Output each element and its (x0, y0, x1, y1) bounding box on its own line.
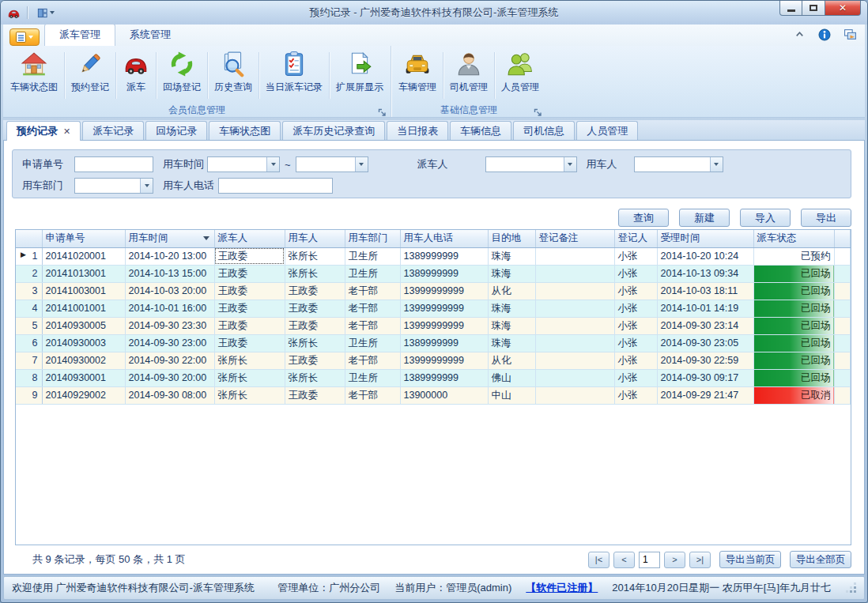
cell-destination[interactable]: 珠海 (488, 317, 535, 334)
tab-daily-report[interactable]: 当日报表 (387, 121, 448, 140)
cell-phone[interactable]: 1389999999 (400, 369, 488, 386)
status-badge[interactable]: 已回场 (753, 334, 834, 352)
ribbon-button-reservation-register[interactable]: 预约登记 (66, 47, 115, 104)
department-combo[interactable] (74, 178, 153, 194)
cell-department[interactable]: 卫生所 (345, 369, 400, 386)
resize-grip-icon[interactable] (847, 583, 856, 593)
column-header-user[interactable]: 用车人 (285, 230, 345, 247)
cell-apply_no[interactable]: 20140930002 (42, 352, 125, 369)
status-badge[interactable]: 已回场 (753, 317, 834, 334)
cell-accept_time[interactable]: 2014-10-13 09:34 (657, 265, 753, 282)
cell-apply_no[interactable]: 20140930001 (42, 369, 125, 386)
column-header-registrant[interactable]: 登记人 (614, 230, 657, 247)
column-header-phone[interactable]: 用车人电话 (400, 230, 488, 247)
quick-access-layout-button[interactable] (34, 6, 57, 20)
prev-page-button[interactable]: < (613, 552, 635, 568)
registered-link[interactable]: 【软件已注册】 (526, 581, 598, 595)
cell-department[interactable]: 老干部 (345, 300, 400, 317)
ribbon-button-driver-management[interactable]: 司机管理 (444, 47, 493, 104)
tab-vehicle-status-map[interactable]: 车辆状态图 (209, 121, 281, 140)
maximize-button[interactable] (802, 1, 825, 16)
cell-phone[interactable]: 13999999999 (400, 317, 488, 334)
cell-remark[interactable] (535, 369, 614, 386)
cell-remark[interactable] (535, 334, 614, 352)
tab-return-records[interactable]: 回场记录 (145, 121, 207, 140)
export-current-page-button[interactable]: 导出当前页 (719, 551, 781, 568)
minimize-button[interactable] (779, 1, 802, 16)
cell-accept_time[interactable]: 2014-09-29 21:47 (657, 386, 753, 404)
cell-registrant[interactable]: 小张 (614, 352, 657, 369)
cell-dispatcher[interactable]: 张所长 (214, 386, 285, 404)
cell-dispatcher[interactable]: 王政委 (214, 282, 285, 300)
cell-use_time[interactable]: 2014-09-30 23:00 (125, 334, 214, 352)
table-row[interactable]: 2201410130012014-10-13 15:00王政委张所长卫生所138… (16, 265, 851, 282)
cell-department[interactable]: 老干部 (345, 386, 400, 404)
phone-input[interactable] (218, 178, 333, 194)
cell-dispatcher[interactable]: 王政委 (214, 300, 285, 317)
column-header-dispatcher[interactable]: 派车人 (214, 230, 285, 247)
cell-registrant[interactable]: 小张 (614, 300, 657, 317)
row-indicator-cell[interactable]: 9 (16, 386, 42, 404)
query-button[interactable]: 查询 (618, 209, 669, 227)
column-header-destination[interactable]: 目的地 (488, 230, 535, 247)
cell-user[interactable]: 张所长 (285, 247, 345, 265)
cell-destination[interactable]: 珠海 (488, 265, 535, 282)
cell-remark[interactable] (535, 352, 614, 369)
cell-dispatcher[interactable]: 张所长 (214, 369, 285, 386)
cell-department[interactable]: 老干部 (345, 317, 400, 334)
ribbon-button-extended-screen[interactable]: 扩展屏显示 (330, 47, 389, 104)
cell-apply_no[interactable]: 20141020001 (42, 247, 125, 265)
ribbon-button-dispatch[interactable]: 派车 (117, 47, 155, 104)
tab-close-icon[interactable]: ✕ (63, 127, 70, 136)
dialog-launcher-icon[interactable] (534, 106, 542, 115)
cell-accept_time[interactable]: 2014-10-20 10:24 (657, 247, 753, 265)
table-row[interactable]: 5201409300052014-09-30 23:30王政委王政委老干部139… (16, 317, 851, 334)
user-combo[interactable] (634, 156, 723, 172)
cell-department[interactable]: 卫生所 (345, 265, 400, 282)
cell-user[interactable]: 王政委 (285, 282, 345, 300)
use-time-to-combo[interactable] (296, 156, 368, 172)
status-badge[interactable]: 已回场 (753, 282, 834, 300)
cell-destination[interactable]: 珠海 (488, 334, 535, 352)
column-header-status[interactable]: 派车状态 (753, 230, 834, 247)
column-header-accept_time[interactable]: 受理时间 (657, 230, 753, 247)
cell-user[interactable]: 王政委 (285, 352, 345, 369)
cell-accept_time[interactable]: 2014-09-30 09:17 (657, 369, 753, 386)
last-page-button[interactable]: >| (689, 552, 711, 568)
close-button[interactable]: ✕ (825, 1, 861, 16)
cell-remark[interactable] (535, 300, 614, 317)
ribbon-tab-system-management[interactable]: 系统管理 (115, 24, 185, 46)
cell-phone[interactable]: 1389999999 (400, 334, 488, 352)
cell-user[interactable]: 王政委 (285, 317, 345, 334)
cell-apply_no[interactable]: 20141001001 (42, 300, 125, 317)
cell-phone[interactable]: 1389999999 (400, 265, 488, 282)
cell-apply_no[interactable]: 20141003001 (42, 282, 125, 300)
extended-display-icon[interactable] (843, 28, 857, 41)
ribbon-button-personnel-management[interactable]: 人员管理 (496, 47, 545, 104)
app-car-icon[interactable] (7, 6, 21, 20)
column-header-department[interactable]: 用车部门 (345, 230, 400, 247)
cell-phone[interactable]: 13999999999 (400, 282, 488, 300)
cell-user[interactable]: 张所长 (285, 369, 345, 386)
cell-department[interactable]: 卫生所 (345, 334, 400, 352)
ribbon-button-vehicle-status-map[interactable]: 车辆状态图 (5, 47, 63, 104)
cell-accept_time[interactable]: 2014-09-30 23:05 (657, 334, 753, 352)
cell-department[interactable]: 卫生所 (345, 247, 400, 265)
row-indicator-cell[interactable]: 2 (16, 265, 42, 282)
cell-dispatcher[interactable]: 王政委 (214, 334, 285, 352)
tab-dispatch-history-query[interactable]: 派车历史记录查询 (282, 121, 385, 140)
cell-phone[interactable]: 1389999999 (400, 247, 488, 265)
cell-department[interactable]: 老干部 (345, 352, 400, 369)
cell-apply_no[interactable]: 20140930005 (42, 317, 125, 334)
cell-user[interactable]: 张所长 (285, 334, 345, 352)
ribbon-button-today-dispatch-records[interactable]: 当日派车记录 (260, 47, 328, 104)
cell-remark[interactable] (535, 317, 614, 334)
status-badge[interactable]: 已回场 (753, 300, 834, 317)
next-page-button[interactable]: > (664, 552, 685, 568)
cell-remark[interactable] (535, 247, 614, 265)
ribbon-button-history-query[interactable]: 历史查询 (209, 47, 258, 104)
row-indicator-cell[interactable]: 6 (16, 334, 42, 352)
combo-arrow-icon[interactable] (355, 157, 368, 171)
cell-phone[interactable]: 13900000 (400, 386, 488, 404)
ribbon-button-return-register[interactable]: 回场登记 (157, 47, 206, 104)
